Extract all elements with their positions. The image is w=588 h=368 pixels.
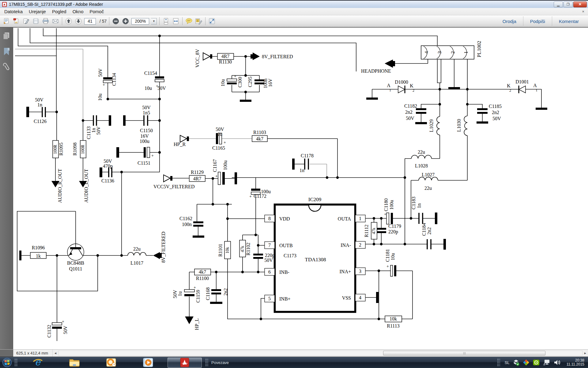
zoom-dropdown-icon[interactable]: ▼ — [151, 18, 157, 25]
component-label: R1103 — [253, 130, 266, 135]
page-number-input[interactable]: 41 — [84, 18, 96, 25]
component-label: 100u — [223, 160, 228, 170]
component-label: C1183 — [411, 197, 416, 209]
taskbar-grip[interactable] — [14, 358, 17, 367]
component-label: INB- — [279, 270, 289, 275]
component-label: 50V — [63, 326, 68, 334]
minimize-button[interactable]: ▁ — [554, 2, 563, 7]
component-label: 22u — [133, 246, 141, 251]
component-label: R1130 — [219, 59, 232, 64]
start-button[interactable] — [2, 357, 12, 368]
windows-explorer-icon[interactable] — [68, 357, 81, 368]
links-toolbar-grip[interactable] — [205, 358, 208, 367]
network-icon[interactable] — [543, 359, 551, 366]
page-thumbnails-icon[interactable] — [2, 31, 11, 40]
taskbar: e — [0, 357, 588, 368]
links-toolbar-label[interactable]: Povezave — [211, 360, 229, 365]
sign-pen-icon[interactable] — [22, 17, 30, 25]
fullscreen-icon[interactable] — [208, 17, 216, 25]
component-label: 47k — [371, 228, 376, 234]
bookmarks-icon[interactable] — [2, 47, 10, 56]
component-label: 4R7 — [221, 54, 230, 59]
close-document-icon[interactable]: × — [579, 9, 587, 14]
zoom-out-icon[interactable] — [112, 17, 120, 25]
component-label: L1027 — [422, 172, 435, 177]
component-label: C1179 — [388, 224, 401, 229]
component-label: 22u — [424, 186, 432, 191]
scroll-right-icon[interactable]: ► — [582, 351, 588, 355]
scrollbar-thumb[interactable] — [383, 351, 545, 355]
internet-explorer-icon[interactable]: e — [31, 357, 44, 368]
text-note-icon[interactable]: T — [195, 17, 203, 25]
component-label: IC209 — [308, 197, 322, 202]
nvidia-icon[interactable] — [533, 359, 540, 366]
titlebar[interactable]: 17MB15_SB-SI_1273741339.pdf - Adobe Read… — [0, 0, 588, 8]
volume-icon[interactable] — [553, 359, 561, 366]
component-label: 4k7 — [256, 136, 263, 141]
scroll-left-icon[interactable]: ◄ — [53, 351, 58, 355]
component-label: INA+ — [340, 269, 351, 274]
page-total-label: / 57 — [100, 19, 107, 24]
component-label: INA- — [341, 243, 351, 248]
scrollbar-track[interactable] — [58, 351, 582, 356]
menu-okno[interactable]: Okno — [70, 9, 87, 14]
component-label: HP_L — [194, 318, 199, 330]
component-label: C1132 — [47, 325, 52, 338]
tray-grip[interactable] — [497, 358, 500, 367]
component-label: 50V — [172, 290, 178, 298]
menu-datoteka[interactable]: Datoteka — [1, 9, 26, 14]
open-icon[interactable] — [2, 17, 10, 25]
component-label: C1185 — [489, 104, 502, 109]
orodja-button[interactable]: Orodja — [496, 19, 523, 24]
attachments-icon[interactable] — [2, 63, 11, 73]
email-icon[interactable] — [51, 17, 59, 25]
document-canvas[interactable]: VCC_8V4R7R11308V_FILTERED10u+C300C295100… — [13, 28, 588, 349]
component-label: 100R — [53, 144, 58, 154]
close-button[interactable]: ✕ — [573, 2, 587, 7]
language-indicator[interactable]: SL — [505, 360, 510, 365]
dropbox-icon[interactable] — [512, 359, 520, 366]
menu-pomoc[interactable]: Pomoč — [87, 9, 107, 14]
component-label: 1n5 — [143, 110, 150, 115]
component-label: 10k — [390, 316, 397, 321]
component-label: 2n2 — [492, 110, 499, 115]
zoom-level-input[interactable]: 200% — [131, 18, 149, 25]
save-online-icon[interactable] — [12, 17, 20, 25]
horizontal-scrollbar[interactable]: ◄ ► — [52, 350, 588, 357]
page-down-icon[interactable] — [74, 17, 82, 25]
page-up-icon[interactable] — [65, 17, 73, 25]
toolbar-right-actions: Orodja Podpiši Komentar — [496, 15, 586, 27]
maximize-button[interactable]: ❐ — [564, 2, 573, 7]
komentar-button[interactable]: Komentar — [552, 19, 586, 24]
fit-width-icon[interactable] — [172, 17, 180, 25]
component-label: 220p — [388, 229, 398, 235]
print-icon[interactable] — [42, 17, 50, 25]
scroll-mode-icon[interactable] — [162, 17, 170, 25]
component-label: C295 — [247, 77, 253, 87]
component-label: 1n — [300, 168, 304, 173]
save-icon[interactable] — [32, 17, 40, 25]
component-label: + — [62, 319, 64, 324]
menu-pogled[interactable]: Pogled — [49, 9, 70, 14]
component-label: 1 — [463, 51, 469, 54]
component-label: R1096 — [32, 245, 45, 250]
schematic-page: VCC_8V4R7R11308V_FILTERED10u+C300C295100… — [13, 28, 588, 349]
component-label: C1173 — [284, 253, 296, 258]
zoom-in-icon[interactable] — [122, 17, 130, 25]
toolbar: 41 / 57 200% ▼ — [0, 15, 588, 28]
component-label: 1n — [91, 128, 96, 133]
component-label: 4R7 — [193, 176, 202, 181]
component-label: 3 — [437, 51, 442, 54]
component-label: 4k7 — [199, 269, 206, 274]
component-label: 2n2 — [405, 109, 413, 115]
outlook-icon[interactable] — [104, 357, 118, 368]
podpisi-button[interactable]: Podpiši — [523, 19, 552, 24]
menu-urejanje[interactable]: Urejanje — [26, 9, 49, 14]
taskbar-clock[interactable]: 20:38 11.11.2015 — [567, 358, 584, 366]
media-player-icon[interactable] — [141, 357, 155, 368]
component-label: R1112 — [364, 224, 369, 237]
avg-icon[interactable] — [522, 359, 530, 366]
adobe-reader-taskbar-button[interactable] — [168, 358, 202, 368]
comment-bubble-icon[interactable] — [185, 17, 193, 25]
component-label: VSS — [342, 295, 351, 301]
